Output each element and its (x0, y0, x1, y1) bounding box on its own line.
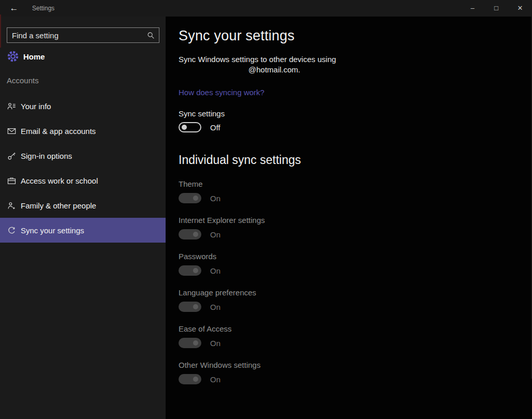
maximize-icon: □ (494, 4, 498, 12)
sync-row-label: Internet Explorer settings (179, 216, 396, 225)
back-arrow-icon: ← (10, 3, 19, 13)
sidebar-item-label: Email & app accounts (21, 127, 96, 136)
toggle-knob (193, 196, 198, 201)
sync-row-state: On (210, 339, 220, 348)
search-input[interactable] (7, 31, 142, 40)
sidebar-item-label: Sync your settings (21, 226, 84, 235)
sidebar-item-sync-your-settings[interactable]: Sync your settings (0, 218, 166, 243)
individual-sync-title: Individual sync settings (179, 153, 301, 167)
sync-settings-state: Off (210, 123, 220, 132)
sync-row-state: On (210, 375, 220, 384)
toggle-knob (193, 232, 198, 237)
sync-description: Sync Windows settings to other devices u… (179, 54, 336, 75)
sync-icon (7, 226, 16, 235)
sync-row-toggle (179, 338, 201, 348)
sync-row-toggle (179, 229, 201, 240)
search-icon (147, 32, 155, 39)
sidebar-item-sign-in-options[interactable]: Sign-in options (0, 143, 166, 168)
sync-row-toggle (179, 265, 201, 276)
sidebar-item-label: Your info (21, 102, 51, 111)
main-content: Sync your settings Sync Windows settings… (166, 17, 532, 419)
close-icon: ✕ (518, 4, 523, 12)
sync-row-state: On (210, 303, 220, 311)
sync-row-label: Language preferences (179, 288, 396, 297)
sync-description-line1: Sync Windows settings to other devices u… (179, 54, 336, 65)
window-controls: – □ ✕ (461, 0, 532, 17)
sync-row-label: Ease of Access (179, 324, 396, 333)
back-button[interactable]: ← (4, 0, 24, 17)
sync-description-line2: @hotmail.com. (179, 65, 336, 75)
minimize-button[interactable]: – (461, 0, 484, 17)
signin-options-icon (7, 152, 16, 160)
sidebar: Home Accounts Your info Email & app acco… (0, 17, 166, 419)
gear-icon (6, 50, 20, 63)
sidebar-item-label: Access work or school (21, 176, 98, 185)
sync-row-label: Other Windows settings (179, 361, 396, 369)
sync-row-other-windows-settings: Other Windows settings On (179, 361, 396, 393)
sync-row-toggle-line: On (179, 374, 396, 384)
sync-row-toggle (179, 302, 201, 312)
your-info-icon (7, 102, 16, 111)
sync-row-internet-explorer-settings: Internet Explorer settings On (179, 216, 396, 248)
sync-row-state: On (210, 194, 220, 203)
sync-settings-toggle[interactable] (179, 122, 201, 132)
sync-row-language-preferences: Language preferences On (179, 288, 396, 320)
family-icon (7, 201, 16, 210)
titlebar: ← Settings – □ ✕ (0, 0, 532, 17)
sync-settings-toggle-row: Off (179, 122, 220, 132)
sync-row-toggle-line: On (179, 302, 396, 312)
sidebar-item-home[interactable]: Home (0, 48, 166, 65)
sidebar-section-accounts: Accounts (7, 76, 39, 85)
screen-edge-artifact (0, 14, 1, 48)
sync-row-toggle-line: On (179, 265, 396, 276)
toggle-knob (182, 125, 187, 130)
page-title: Sync your settings (179, 28, 294, 44)
work-school-icon (7, 176, 16, 185)
toggle-knob (193, 377, 198, 382)
sidebar-item-family-other-people[interactable]: Family & other people (0, 193, 166, 218)
sync-row-toggle-line: On (179, 193, 396, 203)
sidebar-item-label: Sign-in options (21, 152, 72, 160)
sidebar-item-label: Family & other people (21, 201, 96, 210)
sync-row-label: Passwords (179, 252, 396, 261)
search-button[interactable] (142, 28, 159, 42)
home-label: Home (23, 52, 45, 61)
sidebar-item-email-app-accounts[interactable]: Email & app accounts (0, 118, 166, 143)
sync-row-toggle-line: On (179, 229, 396, 240)
email-icon (7, 127, 16, 136)
search-box (7, 27, 159, 43)
sync-row-passwords: Passwords On (179, 252, 396, 284)
sync-row-label: Theme (179, 179, 396, 188)
sidebar-item-your-info[interactable]: Your info (0, 94, 166, 118)
toggle-knob (193, 340, 198, 346)
sync-row-toggle (179, 374, 201, 384)
minimize-icon: – (470, 4, 474, 12)
sidebar-item-access-work-or-school[interactable]: Access work or school (0, 168, 166, 193)
settings-window: ← Settings – □ ✕ Home Accounts (0, 0, 532, 419)
toggle-knob (193, 304, 198, 309)
sync-row-theme: Theme On (179, 179, 396, 212)
how-syncing-works-link[interactable]: How does syncing work? (179, 88, 264, 97)
sync-row-ease-of-access: Ease of Access On (179, 324, 396, 356)
window-title: Settings (32, 0, 54, 17)
sync-settings-label: Sync settings (179, 109, 225, 118)
sync-row-toggle-line: On (179, 338, 396, 348)
maximize-button[interactable]: □ (484, 0, 508, 17)
close-button[interactable]: ✕ (508, 0, 532, 17)
sync-row-state: On (210, 230, 220, 239)
sync-row-toggle (179, 193, 201, 203)
toggle-knob (193, 268, 198, 273)
sync-row-state: On (210, 266, 220, 275)
